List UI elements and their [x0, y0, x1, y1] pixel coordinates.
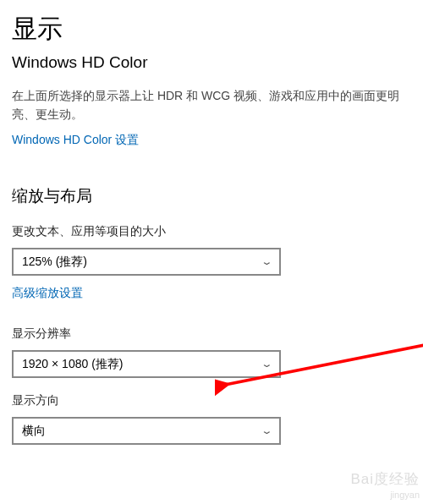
resolution-select[interactable]: 1920 × 1080 (推荐) ⌄: [12, 350, 281, 378]
hd-color-subtitle: Windows HD Color: [12, 53, 415, 72]
watermark: Bai度经验 jingyan: [350, 470, 420, 501]
page-title: 显示: [12, 12, 415, 47]
scale-layout-heading: 缩放与布局: [12, 185, 415, 207]
advanced-scaling-link[interactable]: 高级缩放设置: [12, 286, 83, 301]
resolution-value: 1920 × 1080 (推荐): [22, 357, 123, 372]
orientation-value: 横向: [22, 424, 46, 439]
text-size-value: 125% (推荐): [22, 255, 87, 270]
resolution-label: 显示分辨率: [12, 326, 415, 342]
hd-color-description: 在上面所选择的显示器上让 HDR 和 WCG 视频、游戏和应用中的画面更明亮、更…: [12, 87, 415, 123]
hd-color-settings-link[interactable]: Windows HD Color 设置: [12, 133, 139, 148]
chevron-down-icon: ⌄: [261, 256, 272, 267]
orientation-select[interactable]: 横向 ⌄: [12, 417, 281, 445]
orientation-label: 显示方向: [12, 393, 415, 408]
text-size-select[interactable]: 125% (推荐) ⌄: [12, 248, 281, 276]
text-size-label: 更改文本、应用等项目的大小: [12, 224, 415, 239]
chevron-down-icon: ⌄: [261, 359, 272, 370]
chevron-down-icon: ⌄: [261, 425, 272, 436]
